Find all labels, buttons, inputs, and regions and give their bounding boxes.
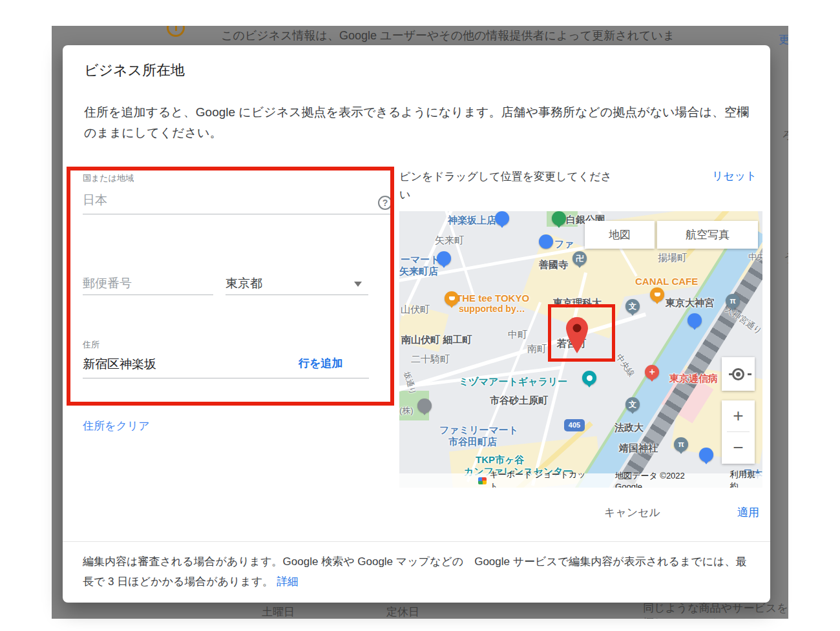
map-label: 南町 xyxy=(527,343,547,355)
map-data-credit: 地図データ ©2022 Google xyxy=(615,470,711,488)
satellite-type-button[interactable]: 航空写真 xyxy=(657,221,758,249)
address-underline xyxy=(83,378,369,378)
crosshair-icon xyxy=(732,368,744,380)
cancel-button[interactable]: キャンセル xyxy=(604,505,660,520)
backdrop-fragment: 同じような商品やサービスを探しているときに xyxy=(643,601,788,619)
postal-code-input[interactable]: 郵便番号 xyxy=(83,275,132,292)
zoom-in-button[interactable]: + xyxy=(722,400,755,431)
zoom-control: + − xyxy=(722,400,755,464)
map-label: (株) xyxy=(399,405,414,417)
map-label: 山伏町 xyxy=(401,304,430,316)
pin-instruction: ピンをドラッグして位置を変更してください xyxy=(399,168,613,204)
cafe-pin-icon xyxy=(445,291,459,311)
address-label: 住所 xyxy=(83,339,100,351)
map-label: 矢来町 xyxy=(435,234,464,247)
store-pin-icon xyxy=(495,211,509,231)
country-underline xyxy=(83,214,391,214)
map-label: CANAL CAFE xyxy=(635,276,698,287)
map-label: 法政大 xyxy=(614,422,644,434)
map-label: 中央 xyxy=(748,251,762,263)
map-label: 東京大神宮 xyxy=(666,297,714,309)
info-icon xyxy=(167,26,185,37)
map-label: 神楽坂上店 xyxy=(448,214,496,227)
country-field[interactable]: 日本 xyxy=(83,192,107,209)
postal-underline xyxy=(83,295,213,295)
backdrop-fragment: 定休日 xyxy=(386,605,419,619)
map-label: 東京逓信病 xyxy=(669,373,718,385)
shrine-pin-icon: π xyxy=(674,437,688,457)
school-pin-icon: 文 xyxy=(625,299,640,319)
temple-pin-icon: 卍 xyxy=(572,251,587,271)
map-label: ファミリーマート xyxy=(439,424,518,437)
backdrop-fragment: 土曜日 xyxy=(262,605,295,619)
prefecture-select[interactable]: 東京都 xyxy=(226,275,262,292)
store-pin-icon xyxy=(688,313,702,333)
learn-more-link[interactable]: 詳細 xyxy=(277,575,299,588)
help-icon[interactable]: ? xyxy=(378,196,392,210)
keyboard-icon xyxy=(478,477,487,484)
map-label: 善國寺 xyxy=(539,259,568,271)
store-pin-icon xyxy=(699,448,713,468)
generic-pin-icon xyxy=(417,398,432,419)
backdrop-fragment: ろ xyxy=(782,128,788,143)
map-label: 市谷田町店 xyxy=(448,436,497,448)
map-label: THE tee TOKYO xyxy=(456,293,529,304)
reset-button[interactable]: リセット xyxy=(712,169,757,183)
apply-button[interactable]: 適用 xyxy=(737,505,759,520)
park-pin-icon xyxy=(552,211,566,231)
map-canvas[interactable]: 神楽坂上店白銀公園矢来町ファ善國寺揚場町中央ーマート矢来町店CANAL CAFE… xyxy=(399,211,762,488)
map-label: 揚場町 xyxy=(658,252,687,264)
map-label: 矢来町店 xyxy=(399,265,438,278)
hospital-pin-icon: ＋ xyxy=(645,365,659,385)
map-label: ーマート xyxy=(401,254,440,266)
map-label: 東京理科大 xyxy=(553,297,602,309)
keyboard-shortcuts-link[interactable]: キーボード ショートカット xyxy=(490,469,591,488)
map-label: 市谷砂土原町 xyxy=(490,395,548,407)
map-label: 二十騎町 xyxy=(411,353,450,366)
backdrop-fragment: 更 xyxy=(779,32,788,47)
country-label: 国または地域 xyxy=(83,172,134,184)
location-pin-icon[interactable] xyxy=(565,316,589,354)
dialog-title: ビジネス所在地 xyxy=(84,61,185,80)
terms-link[interactable]: 利用規約 xyxy=(730,469,762,488)
shrine-pin-icon: π xyxy=(726,294,740,314)
address-input[interactable]: 新宿区神楽坂 xyxy=(83,356,156,373)
map-attribution: キーボード ショートカット 地図データ ©2022 Google 利用規約 xyxy=(399,473,762,488)
business-location-dialog: ビジネス所在地 住所を追加すると、Google にビジネス拠点を表示できるように… xyxy=(63,45,770,603)
my-location-button[interactable] xyxy=(722,357,755,391)
map-label: supported by… xyxy=(459,304,525,314)
prefecture-underline xyxy=(226,295,368,295)
clear-address-button[interactable]: 住所をクリア xyxy=(83,419,150,433)
add-line-button[interactable]: 行を追加 xyxy=(299,356,342,371)
gallery-pin-icon xyxy=(582,371,596,391)
map-label: ミヅマアートギャラリー xyxy=(459,376,567,388)
backdrop-notice-text: このビジネス情報は、Google ユーザーやその他の情報提供者によって更新されて… xyxy=(221,28,675,43)
school-pin-icon: 文 xyxy=(625,397,640,417)
map-label: 中央線 xyxy=(613,352,637,379)
dialog-description: 住所を追加すると、Google にビジネス拠点を表示できるようになります。店舗や… xyxy=(84,102,753,143)
chevron-down-icon[interactable] xyxy=(354,282,362,291)
map-label: TKP市ヶ谷 xyxy=(476,454,524,466)
store-circle-icon xyxy=(539,234,553,249)
review-notice: 編集内容は審査される場合があります。Google 検索や Google マップな… xyxy=(83,552,751,592)
review-notice-text: 編集内容は審査される場合があります。Google 検索や Google マップな… xyxy=(83,555,747,588)
store-pin-icon xyxy=(437,251,451,271)
backdrop-fragment: う xyxy=(783,251,788,265)
footer-divider xyxy=(63,541,770,542)
map-type-button[interactable]: 地図 xyxy=(585,221,655,249)
map-label: 南山伏町 細工町 xyxy=(401,334,472,346)
map-label: ファ xyxy=(554,238,574,251)
map-label: 靖国神社 xyxy=(619,442,658,455)
map-label: 中町 xyxy=(508,329,527,341)
cafe-pin-icon xyxy=(650,287,664,307)
zoom-out-button[interactable]: − xyxy=(722,432,755,463)
route-shield: 405 xyxy=(564,419,585,431)
